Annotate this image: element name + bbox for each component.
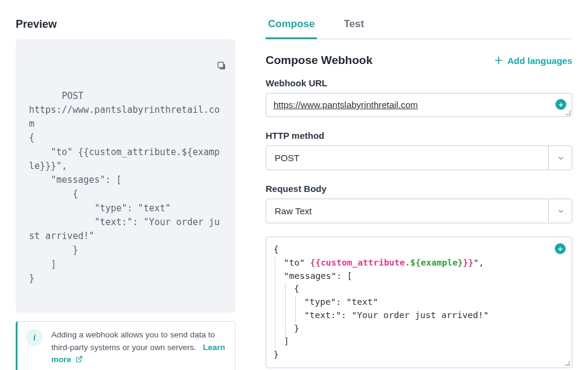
add-personalization-button[interactable]: + [555, 99, 566, 110]
plus-icon [494, 56, 503, 65]
svg-rect-1 [218, 62, 223, 68]
copy-icon[interactable] [173, 46, 227, 90]
preview-title: Preview [16, 18, 235, 31]
add-personalization-button[interactable]: + [555, 243, 566, 254]
preview-code-box: POST https://www.pantslabyrinthretail.co… [16, 39, 235, 313]
tabs: Compose Test [266, 18, 572, 39]
svg-line-2 [78, 356, 82, 360]
request-body-content: { "to" {{custom_attribute.${example}}}",… [273, 243, 564, 362]
webhook-url-input[interactable]: https://www.pantslabyrinthretail.com [266, 93, 572, 117]
compose-title: Compose Webhook [266, 54, 372, 67]
webhook-url-value: https://www.pantslabyrinthretail.com [273, 100, 418, 110]
tab-test[interactable]: Test [341, 18, 366, 39]
tab-compose[interactable]: Compose [266, 18, 317, 39]
external-link-icon [75, 354, 83, 366]
request-body-editor[interactable]: + { "to" {{custom_attribute.${example}}}… [266, 237, 572, 368]
resize-handle-icon [564, 360, 570, 366]
preview-code: POST https://www.pantslabyrinthretail.co… [29, 91, 220, 284]
info-text: Adding a webhook allows you to send data… [51, 330, 215, 351]
http-method-value: POST [275, 153, 299, 163]
add-languages-button[interactable]: Add languages [494, 56, 572, 66]
request-body-type-select[interactable]: Raw Text [266, 199, 572, 223]
http-method-label: HTTP method [266, 130, 572, 141]
webhook-url-label: Webhook URL [266, 78, 572, 88]
add-languages-label: Add languages [507, 56, 572, 66]
info-banner: i Adding a webhook allows you to send da… [16, 321, 235, 370]
info-icon: i [26, 329, 43, 346]
request-body-type-value: Raw Text [275, 206, 312, 216]
http-method-select[interactable]: POST [266, 145, 572, 170]
request-body-label: Request Body [266, 183, 572, 194]
